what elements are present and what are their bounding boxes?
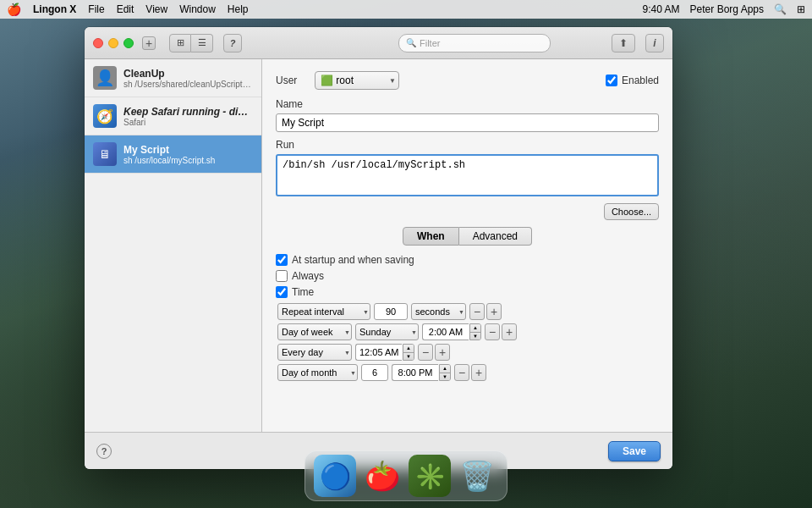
traffic-lights xyxy=(93,38,134,48)
tab-bar: When Advanced xyxy=(276,227,659,246)
share-button[interactable]: ⬆ xyxy=(612,34,635,52)
view-toggle: ⊞ ☰ xyxy=(169,34,213,52)
tab-advanced[interactable]: Advanced xyxy=(459,227,532,246)
repeat-unit-select[interactable]: seconds xyxy=(411,303,466,320)
user-enabled-row: User 🟩 root ▼ Enabled xyxy=(276,71,659,90)
sidebar-item-myscript[interactable]: 🖥 My Script sh /usr/local/myScript.sh xyxy=(85,135,261,174)
day-of-month-stepper: − + xyxy=(454,364,486,381)
safari-icon: 🧭 xyxy=(93,104,117,128)
always-checkbox[interactable] xyxy=(276,270,288,282)
repeat-interval-select[interactable]: Repeat interval xyxy=(277,303,370,320)
window-menu[interactable]: Window xyxy=(179,3,216,15)
dock-star[interactable]: ✳️ xyxy=(409,455,451,497)
day-value-select-wrapper: Sunday ▼ xyxy=(355,323,419,340)
run-textarea[interactable]: /bin/sh /usr/local/myScript.sh xyxy=(276,154,659,196)
user-label: User xyxy=(276,75,310,86)
file-menu[interactable]: File xyxy=(88,3,104,15)
dock-trash[interactable]: 🗑️ xyxy=(456,455,498,497)
run-section: Run /bin/sh /usr/local/myScript.sh Choos… xyxy=(276,139,659,220)
enabled-label: Enabled xyxy=(622,75,659,86)
list-view-button[interactable]: ☰ xyxy=(191,34,213,52)
always-row: Always xyxy=(276,270,659,282)
time-checkbox[interactable] xyxy=(276,286,288,298)
dock-finder[interactable]: 🔵 xyxy=(314,455,356,497)
day-of-week-minus[interactable]: − xyxy=(485,323,500,340)
myscript-text: My Script sh /usr/local/myScript.sh xyxy=(123,144,253,165)
day-time-field[interactable] xyxy=(422,323,469,340)
sidebar: 👤 CleanUp sh /Users/shared/cleanUpScript… xyxy=(85,59,262,432)
time-checkbox-row: Time xyxy=(276,286,659,298)
day-of-week-select-wrapper: Day of week ▼ xyxy=(277,323,352,340)
repeat-value-input[interactable] xyxy=(374,303,408,320)
cleanup-icon: 👤 xyxy=(93,66,117,90)
grid-view-button[interactable]: ⊞ xyxy=(169,34,191,52)
myscript-icon: 🖥 xyxy=(93,142,117,166)
day-value-select[interactable]: Sunday xyxy=(355,323,419,340)
every-day-plus[interactable]: + xyxy=(435,344,450,361)
apple-menu[interactable]: 🍎 xyxy=(7,3,21,16)
window-body: 👤 CleanUp sh /Users/shared/cleanUpScript… xyxy=(85,59,672,432)
minimize-button[interactable] xyxy=(108,38,118,48)
search-bar[interactable]: 🔍 Filter xyxy=(398,34,551,52)
desktop: 🍎 Lingon X File Edit View Window Help 9:… xyxy=(0,0,812,508)
help-menu[interactable]: Help xyxy=(228,3,249,15)
footer-help-button[interactable]: ? xyxy=(96,444,112,459)
search-icon[interactable]: 🔍 xyxy=(774,3,787,15)
day-of-week-select[interactable]: Day of week xyxy=(277,323,352,340)
time-rows: Repeat interval ▼ seconds ▼ xyxy=(276,303,659,381)
startup-row: At startup and when saving xyxy=(276,254,659,266)
myscript-subtitle: sh /usr/local/myScript.sh xyxy=(123,156,253,165)
tab-when[interactable]: When xyxy=(403,227,459,246)
day-of-month-ampm-stepper[interactable]: ▲ ▼ xyxy=(439,364,451,381)
myscript-title: My Script xyxy=(123,144,253,156)
every-day-ampm-stepper[interactable]: ▲ ▼ xyxy=(403,344,414,361)
add-button[interactable]: + xyxy=(142,36,156,50)
safari-subtitle: Safari xyxy=(123,118,253,127)
close-button[interactable] xyxy=(93,38,103,48)
dock: 🔵 🍅 ✳️ 🗑️ xyxy=(304,450,508,501)
every-day-select-wrapper: Every day ▼ xyxy=(277,344,352,361)
app-name-menu[interactable]: Lingon X xyxy=(33,3,76,15)
choose-button[interactable]: Choose... xyxy=(604,203,659,220)
name-label: Name xyxy=(276,98,659,110)
day-ampm-stepper[interactable]: ▲ ▼ xyxy=(469,323,481,340)
sidebar-item-safari[interactable]: 🧭 Keep Safari running - disabled Safari xyxy=(85,97,261,135)
repeat-minus[interactable]: − xyxy=(469,303,485,320)
day-of-month-row: Day of month ▼ ▲ ▼ xyxy=(277,364,659,381)
day-of-month-minus[interactable]: − xyxy=(454,364,469,381)
user-select-wrapper: 🟩 root ▼ xyxy=(315,71,399,90)
help-icon-button[interactable]: ? xyxy=(223,34,242,52)
sidebar-item-cleanup[interactable]: 👤 CleanUp sh /Users/shared/cleanUpScript… xyxy=(85,59,261,97)
dock-tomato[interactable]: 🍅 xyxy=(361,455,403,497)
every-day-select[interactable]: Every day xyxy=(277,344,352,361)
info-button[interactable]: i xyxy=(645,34,664,52)
enabled-wrapper: Enabled xyxy=(606,75,659,86)
day-time-input: ▲ ▼ xyxy=(422,323,481,340)
day-of-month-select[interactable]: Day of month xyxy=(277,364,358,381)
every-day-stepper: − + xyxy=(418,344,450,361)
every-day-minus[interactable]: − xyxy=(418,344,433,361)
time-label: Time xyxy=(292,286,314,298)
day-of-month-plus[interactable]: + xyxy=(471,364,486,381)
startup-checkbox[interactable] xyxy=(276,254,288,266)
every-day-time-field[interactable] xyxy=(355,344,402,361)
repeat-unit-select-wrapper: seconds ▼ xyxy=(411,303,466,320)
user-select[interactable]: 🟩 root xyxy=(315,71,399,90)
enabled-checkbox[interactable] xyxy=(606,75,617,86)
view-menu[interactable]: View xyxy=(145,3,167,15)
save-button[interactable]: Save xyxy=(608,441,661,461)
day-num-input[interactable] xyxy=(361,364,388,381)
always-label: Always xyxy=(292,270,324,282)
edit-menu[interactable]: Edit xyxy=(117,3,134,15)
name-input[interactable] xyxy=(276,113,659,132)
search-icon: 🔍 xyxy=(406,38,416,47)
maximize-button[interactable] xyxy=(123,38,134,48)
grid-icon[interactable]: ⊞ xyxy=(797,3,805,15)
repeat-plus[interactable]: + xyxy=(486,303,502,320)
cleanup-text: CleanUp sh /Users/shared/cleanUpScript.s… xyxy=(123,68,253,89)
day-of-week-plus[interactable]: + xyxy=(502,323,517,340)
day-of-week-row: Day of week ▼ Sunday ▼ xyxy=(277,323,659,340)
day-of-month-time-field[interactable] xyxy=(392,364,438,381)
menubar-time: 9:40 AM xyxy=(643,3,680,15)
cleanup-subtitle: sh /Users/shared/cleanUpScript.sh xyxy=(123,80,253,89)
